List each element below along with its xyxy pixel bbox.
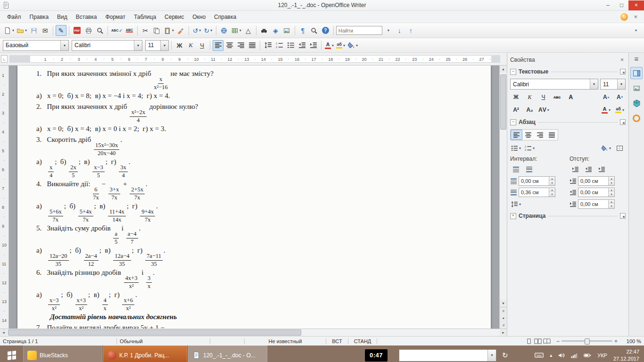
superscript-button[interactable]: А²	[510, 105, 522, 115]
help-button[interactable]: ?	[320, 25, 331, 36]
zoom-in-button[interactable]: +	[612, 338, 619, 345]
switch-indent-button[interactable]	[596, 164, 608, 174]
toolbar-options-button[interactable]: ▾	[630, 25, 641, 36]
character-dialog-launcher[interactable]	[620, 69, 626, 74]
spinner-arrows[interactable]: ▴▾	[608, 200, 614, 208]
document-page[interactable]: 1. При яких значеннях змінної x дріб xx²…	[17, 66, 491, 329]
sidebar-font-name-combobox[interactable]: Calibri ▾	[510, 79, 598, 90]
collapse-section-button[interactable]: −	[510, 119, 516, 125]
font-size-combobox[interactable]: 11 ▾	[145, 40, 169, 51]
dropdown-icon[interactable]: ▾	[356, 43, 358, 48]
dropdown-icon[interactable]: ▾	[487, 350, 496, 361]
subscript-button[interactable]: А₂	[524, 105, 536, 115]
sidebar-bullet-list-button[interactable]: ▾	[510, 143, 522, 153]
taskbar-button-kr-droby[interactable]: К.Р. 1 Дроби. Рац...	[103, 346, 187, 362]
refresh-icon[interactable]: ↻	[502, 351, 508, 360]
decrease-indent-button[interactable]	[583, 164, 594, 174]
scroll-down-button[interactable]: ▼	[500, 300, 507, 307]
navigator-button[interactable]: ◈	[270, 25, 281, 36]
start-button[interactable]	[0, 346, 23, 362]
edit-file-button[interactable]: ✎	[56, 25, 66, 36]
paragraph-dialog-launcher[interactable]	[620, 119, 626, 125]
menu-view[interactable]: Вид	[53, 12, 72, 22]
print-button[interactable]	[83, 25, 94, 36]
undo-button[interactable]: ↺▾	[191, 25, 202, 36]
menu-window[interactable]: Окно	[188, 12, 210, 22]
zoom-slider[interactable]	[561, 340, 612, 342]
align-center-button[interactable]	[224, 40, 235, 51]
character-spacing-button[interactable]: АV▾	[537, 105, 550, 115]
taskbar-button-bluestacks[interactable]: BlueStacks	[23, 346, 102, 362]
line-spacing-button[interactable]	[263, 40, 273, 51]
dropdown-icon[interactable]: ▾	[134, 41, 142, 50]
insert-mode-status[interactable]: ВСТ	[329, 338, 345, 344]
background-color-button[interactable]: ▾	[347, 40, 359, 51]
previous-page-button[interactable]: «	[500, 307, 507, 314]
page-style-status[interactable]: Обычный	[120, 338, 207, 344]
paragraph-border-button[interactable]	[614, 143, 626, 153]
justify-button[interactable]	[247, 40, 257, 51]
font-name-combobox[interactable]: Calibri ▾	[72, 40, 142, 51]
grow-font-button[interactable]: А▴	[600, 92, 612, 102]
vertical-scroll-track[interactable]	[500, 73, 507, 300]
taskbar-button-writer-doc[interactable]: 120_.-1_-_.doc - O...	[188, 346, 267, 362]
vertical-scrollbar[interactable]: ▲ ▼ « ● «	[499, 66, 507, 329]
sidebar-strikethrough-button[interactable]: ABC	[551, 92, 563, 102]
increase-indent-button[interactable]	[308, 40, 319, 51]
sidebar-underline-button[interactable]: Ч	[537, 92, 549, 102]
minimize-button[interactable]: –	[601, 0, 615, 10]
taskbar-search-input[interactable]	[399, 350, 487, 361]
language-status[interactable]: Не известный	[248, 338, 323, 344]
scroll-up-button[interactable]: ▲	[500, 66, 507, 73]
expand-section-button[interactable]: +	[510, 213, 516, 219]
book-view-button[interactable]	[543, 338, 551, 344]
spacing-above-button[interactable]	[510, 164, 522, 174]
dropdown-icon[interactable]: ▾	[332, 43, 334, 48]
network-signal-icon[interactable]	[571, 353, 578, 358]
document-canvas[interactable]: 1. При яких значеннях змінної x дріб xx²…	[9, 66, 499, 329]
copy-button[interactable]	[151, 25, 162, 36]
dropdown-icon[interactable]: ▾	[622, 108, 624, 112]
format-paintbrush-button[interactable]	[175, 25, 186, 36]
multi-page-view-button[interactable]	[534, 338, 542, 344]
insert-table-button[interactable]: ▾	[230, 25, 242, 36]
highlight-color-button[interactable]: аб ▾	[335, 40, 346, 51]
hyperlink-button[interactable]	[219, 25, 230, 36]
redo-button[interactable]: ↻▾	[203, 25, 214, 36]
sidebar-close-button[interactable]: ×	[619, 56, 626, 64]
indent-after-spinner[interactable]: 0,00 см ▴▾	[578, 188, 615, 197]
draw-functions-button[interactable]: △	[243, 25, 254, 36]
close-button[interactable]: ×	[628, 0, 644, 10]
sidebar-menu-button[interactable]: ≡	[635, 55, 639, 63]
horizontal-scroll-track[interactable]	[7, 329, 500, 336]
underline-button[interactable]: Ч	[197, 40, 207, 51]
sidebar-align-right-button[interactable]	[534, 130, 546, 140]
find-next-button[interactable]: ↓	[394, 25, 405, 36]
collapse-section-button[interactable]: −	[510, 69, 516, 75]
paragraph-style-combobox[interactable]: Базовый ▾	[3, 40, 69, 51]
font-color-button[interactable]: А ▾	[324, 40, 335, 51]
dropdown-icon[interactable]: ▾	[519, 146, 521, 150]
cut-button[interactable]: ✂	[140, 25, 151, 36]
zoom-level[interactable]: 100 %	[619, 338, 641, 344]
save-button[interactable]	[28, 25, 39, 36]
menu-help[interactable]: Справка	[210, 12, 240, 22]
sidebar-numbered-list-button[interactable]: ▾	[524, 143, 536, 153]
line-spacing-dropdown-button[interactable]: ▾	[510, 199, 522, 209]
menu-table[interactable]: Таблица	[130, 12, 160, 22]
scroll-right-button[interactable]: ►	[500, 329, 507, 336]
navigation-button[interactable]: ●	[500, 314, 507, 321]
horizontal-scroll-thumb[interactable]	[8, 329, 301, 336]
sidebar-align-center-button[interactable]	[522, 130, 534, 140]
menu-file[interactable]: Файл	[3, 12, 25, 22]
spinner-arrows[interactable]: ▴▾	[608, 177, 614, 185]
indent-before-spinner[interactable]: 0,00 см ▴▾	[578, 176, 615, 186]
spinner-arrows[interactable]: ▴▾	[608, 188, 614, 197]
dropdown-icon[interactable]: ▾	[590, 79, 598, 89]
numbered-list-button[interactable]	[274, 40, 285, 51]
sidebar-font-size-combobox[interactable]: 11 ▾	[600, 79, 626, 90]
dropdown-icon[interactable]: ▾	[60, 41, 68, 50]
page-count-status[interactable]: Страница 1 / 1	[3, 338, 114, 344]
dropdown-icon[interactable]: ▾	[609, 108, 611, 112]
shrink-font-button[interactable]: А▾	[614, 92, 626, 102]
